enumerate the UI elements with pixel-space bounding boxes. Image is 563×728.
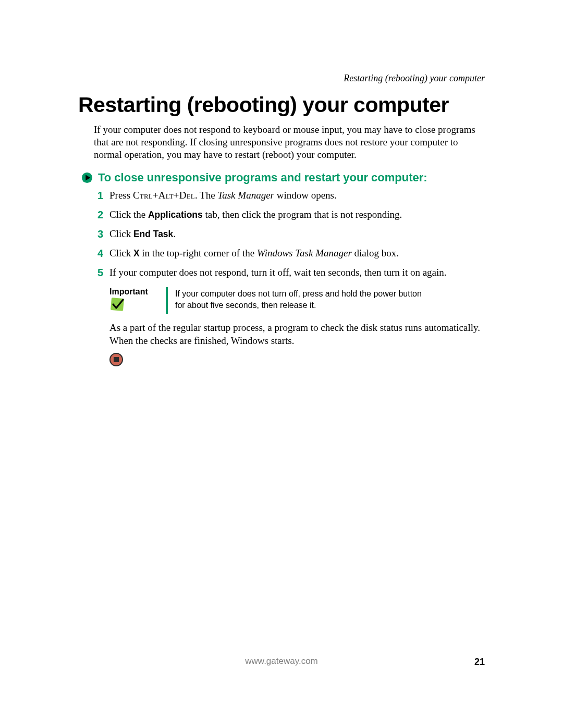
step-text: If your computer does not respond, turn … [109,266,485,279]
closing-paragraph: As a part of the regular startup process… [109,322,485,347]
step-item: 1 Press Ctrl+Alt+Del. The Task Manager w… [94,189,485,203]
running-header: Restarting (rebooting) your computer [344,73,485,84]
page-number: 21 [474,657,485,668]
play-icon [81,172,93,183]
manual-page: Restarting (rebooting) your computer Res… [0,0,563,728]
intro-paragraph: If your computer does not respond to key… [94,124,485,161]
check-icon [109,305,125,314]
note-text: If your computer does not turn off, pres… [168,287,425,314]
important-note: Important If your computer does not turn… [109,287,485,314]
ui-button-name: End Task [133,229,173,239]
page-title: Restarting (rebooting) your computer [78,94,485,116]
step-text: Click the Applications tab, then click t… [109,208,485,221]
step-text: Press Ctrl+Alt+Del. The Task Manager win… [109,189,485,202]
end-marker-row [109,353,485,368]
window-name: Task Manager [217,190,274,201]
step-text: Click End Task. [109,227,485,241]
section-heading: To close unresponsive programs and resta… [98,171,427,184]
window-name: Windows Task Manager [257,248,352,258]
keystroke: Ctrl+Alt+Del [133,190,195,201]
note-label-col: Important [109,287,166,314]
step-number: 3 [94,227,103,241]
step-number: 5 [94,266,103,280]
step-number: 4 [94,246,103,261]
ui-tab-name: Applications [148,209,203,220]
step-item: 2 Click the Applications tab, then click… [94,208,485,222]
step-number: 1 [94,189,103,203]
svg-rect-4 [114,357,119,362]
stop-icon [109,359,123,368]
step-text: Click X in the top-right corner of the W… [109,246,485,260]
step-item: 4 Click X in the top-right corner of the… [94,246,485,261]
step-item: 5 If your computer does not respond, tur… [94,266,485,280]
note-label: Important [109,287,161,297]
section-heading-row: To close unresponsive programs and resta… [81,171,485,184]
step-number: 2 [94,208,103,222]
step-list: 1 Press Ctrl+Alt+Del. The Task Manager w… [94,189,485,280]
step-item: 3 Click End Task. [94,227,485,241]
close-x: X [133,248,140,258]
